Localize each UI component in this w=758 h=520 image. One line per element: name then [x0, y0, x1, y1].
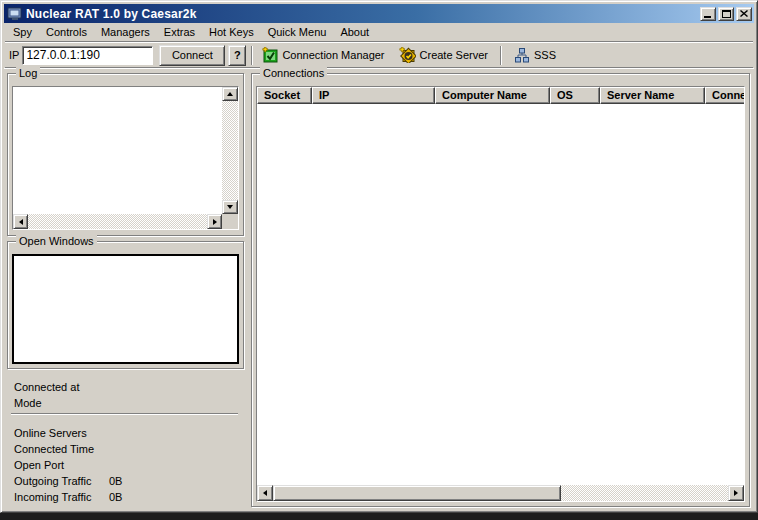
create-server-label: Create Server [420, 49, 488, 61]
open-windows-group-title: Open Windows [16, 235, 97, 247]
help-button[interactable]: ? [228, 45, 246, 66]
arrow-left-icon [263, 490, 267, 496]
green-check-screen-icon [262, 47, 278, 63]
column-header-server-name[interactable]: Server Name [600, 87, 705, 104]
menu-item-extras[interactable]: Extras [157, 24, 202, 40]
scroll-down-button[interactable] [222, 200, 238, 214]
minimize-icon [704, 16, 711, 18]
column-header-ip[interactable]: IP [312, 87, 435, 104]
maximize-icon [722, 10, 731, 18]
status-row: Connected Time [14, 443, 240, 457]
arrow-right-icon [734, 490, 738, 496]
status-row: Connected at [14, 381, 240, 395]
menu-item-controls[interactable]: Controls [39, 24, 94, 40]
log-horizontal-scrollbar [13, 214, 222, 229]
status-value: 0B [109, 475, 122, 487]
status-label: Outgoing Traffic [14, 475, 91, 487]
status-label: Mode [14, 397, 42, 409]
log-list[interactable] [13, 87, 222, 214]
status-row: Mode [14, 397, 240, 411]
column-header-socket[interactable]: Socket [257, 87, 312, 104]
app-icon [7, 6, 23, 22]
status-row: Online Servers [14, 427, 240, 441]
connect-button[interactable]: Connect [159, 45, 225, 66]
connection-manager-label: Connection Manager [282, 49, 384, 61]
scroll-right-button[interactable] [207, 214, 222, 229]
scroll-left-button[interactable] [257, 485, 273, 501]
scrollbar-corner [222, 214, 238, 229]
column-header-connection[interactable]: Connection [705, 87, 744, 104]
status-label: Online Servers [14, 427, 87, 439]
arrow-right-icon [213, 219, 217, 225]
arrow-left-icon [19, 219, 23, 225]
connections-list[interactable] [257, 104, 744, 485]
status-row: Open Port [14, 459, 240, 473]
maximize-button[interactable] [718, 7, 734, 21]
network-nodes-icon [514, 47, 530, 63]
log-vertical-scrollbar [222, 87, 238, 214]
ip-label: IP [9, 49, 19, 61]
toolbar-separator [251, 46, 253, 65]
scroll-track[interactable] [561, 485, 728, 501]
status-label: Open Port [14, 459, 64, 471]
scroll-left-button[interactable] [13, 214, 28, 229]
arrow-up-icon [227, 92, 233, 96]
sss-label: SSS [534, 49, 556, 61]
column-header-os[interactable]: OS [550, 87, 600, 104]
status-row: Incoming Traffic 0B [14, 491, 240, 505]
connection-manager-button[interactable]: Connection Manager [258, 45, 388, 65]
column-header-computer-name[interactable]: Computer Name [435, 87, 550, 104]
gear-plus-icon [399, 47, 416, 63]
open-windows-group: Open Windows [7, 241, 244, 369]
toolbar: IP Connect ? Connection Manager [5, 42, 753, 68]
status-separator [11, 413, 238, 415]
main-area: Log Open Windows [4, 68, 754, 509]
log-group-title: Log [16, 67, 40, 79]
status-label: Connected at [14, 381, 79, 393]
ip-input[interactable] [22, 46, 153, 65]
status-label: Incoming Traffic [14, 491, 91, 503]
close-icon [740, 10, 748, 17]
window-title: Nuclear RAT 1.0 by Caesar2k [26, 7, 698, 21]
menu-item-quick-menu[interactable]: Quick Menu [261, 24, 334, 40]
scroll-track[interactable] [222, 101, 238, 200]
scrollbar-thumb[interactable] [273, 485, 561, 501]
scroll-right-button[interactable] [728, 485, 744, 501]
status-row: Outgoing Traffic 0B [14, 475, 240, 489]
menu-bar: Spy Controls Managers Extras Hot Keys Qu… [5, 23, 753, 42]
close-button[interactable] [736, 7, 752, 21]
menu-item-about[interactable]: About [333, 24, 376, 40]
status-label: Connected Time [14, 443, 94, 455]
status-value: 0B [109, 491, 122, 503]
minimize-button[interactable] [700, 7, 716, 21]
toolbar-separator [500, 46, 502, 65]
connections-table: Socket IP Computer Name OS Server Name C… [256, 86, 745, 502]
menu-item-managers[interactable]: Managers [94, 24, 157, 40]
app-window: Nuclear RAT 1.0 by Caesar2k Spy Controls… [0, 0, 758, 513]
create-server-button[interactable]: Create Server [395, 45, 492, 65]
connections-group-title: Connections [260, 67, 327, 79]
titlebar: Nuclear RAT 1.0 by Caesar2k [4, 4, 754, 23]
sss-button[interactable]: SSS [510, 45, 560, 65]
log-group: Log [7, 73, 244, 236]
connections-table-header: Socket IP Computer Name OS Server Name C… [257, 87, 744, 104]
open-windows-list[interactable] [12, 254, 239, 364]
connections-group: Connections Socket IP Computer Name OS S… [251, 73, 750, 507]
connections-horizontal-scrollbar [257, 485, 744, 501]
menu-item-hot-keys[interactable]: Hot Keys [202, 24, 261, 40]
desktop-background-strip [0, 513, 758, 520]
arrow-down-icon [227, 205, 233, 209]
log-listbox [12, 86, 239, 230]
scroll-up-button[interactable] [222, 87, 238, 101]
menu-item-spy[interactable]: Spy [6, 24, 39, 40]
scroll-track[interactable] [28, 214, 207, 229]
